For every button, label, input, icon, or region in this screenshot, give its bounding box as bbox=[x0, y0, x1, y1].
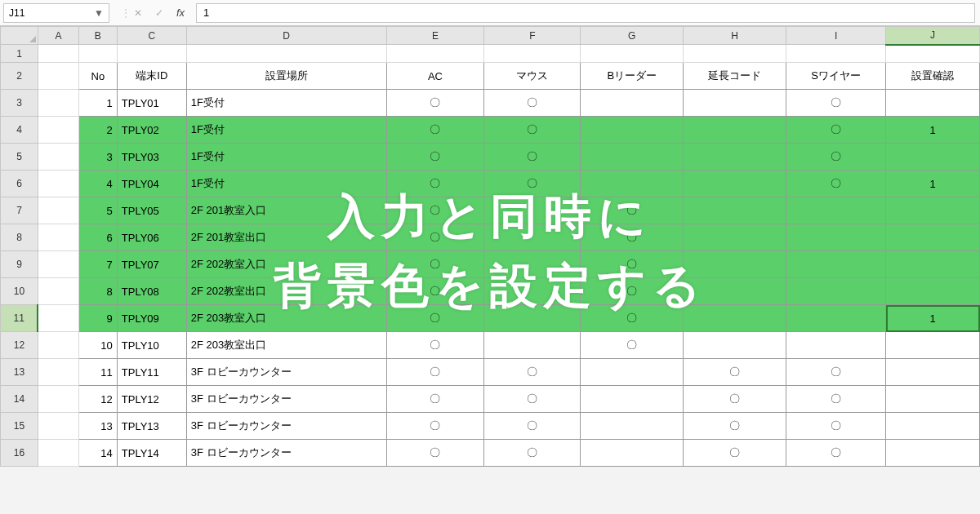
cell-ac[interactable]: 〇 bbox=[386, 305, 484, 332]
cell-terminal-id[interactable]: TPLY14 bbox=[117, 440, 186, 467]
col-header-J[interactable]: J bbox=[886, 27, 980, 45]
chevron-down-icon[interactable]: ▼ bbox=[94, 7, 104, 19]
cell-swire[interactable] bbox=[786, 278, 886, 305]
cell-no[interactable]: 6 bbox=[78, 224, 117, 251]
cell-no[interactable]: 10 bbox=[78, 332, 117, 359]
cell-place[interactable]: 3F ロビーカウンター bbox=[186, 440, 386, 467]
cell-swire[interactable] bbox=[786, 332, 886, 359]
cell-ext[interactable]: 〇 bbox=[684, 359, 786, 386]
cell-ac[interactable]: 〇 bbox=[386, 90, 484, 117]
cell-terminal-id[interactable]: TPLY12 bbox=[117, 386, 186, 413]
cell-breader[interactable]: 〇 bbox=[581, 197, 684, 224]
cell-swire[interactable]: 〇 bbox=[786, 440, 886, 467]
cell-ac[interactable]: 〇 bbox=[386, 440, 484, 467]
cell-no[interactable]: 3 bbox=[78, 144, 117, 171]
cell-mouse[interactable] bbox=[484, 278, 581, 305]
cell-mouse[interactable] bbox=[484, 197, 581, 224]
cell-empty[interactable] bbox=[38, 197, 78, 224]
cell-swire[interactable]: 〇 bbox=[786, 359, 886, 386]
cell-empty[interactable] bbox=[186, 45, 386, 63]
cell-breader[interactable] bbox=[581, 413, 684, 440]
cell-terminal-id[interactable]: TPLY09 bbox=[117, 305, 186, 332]
cell-mouse[interactable]: 〇 bbox=[484, 171, 581, 197]
cell-ac[interactable]: 〇 bbox=[386, 278, 484, 305]
cell-confirm[interactable] bbox=[886, 413, 980, 440]
cell-breader[interactable]: 〇 bbox=[581, 251, 684, 278]
cell-ac[interactable]: 〇 bbox=[386, 386, 484, 413]
cell-confirm[interactable] bbox=[886, 332, 980, 359]
cell-empty[interactable] bbox=[886, 45, 980, 63]
cell-breader[interactable]: 〇 bbox=[581, 224, 684, 251]
name-box[interactable]: J11 ▼ bbox=[3, 3, 109, 23]
cell-ac[interactable]: 〇 bbox=[386, 144, 484, 171]
row-header-12[interactable]: 12 bbox=[1, 332, 38, 359]
cell-swire[interactable]: 〇 bbox=[786, 413, 886, 440]
cell-no[interactable]: 1 bbox=[78, 90, 117, 117]
row-header-5[interactable]: 5 bbox=[1, 144, 38, 171]
cell-empty[interactable] bbox=[38, 359, 78, 386]
cell-terminal-id[interactable]: TPLY06 bbox=[117, 224, 186, 251]
cell-no[interactable]: 7 bbox=[78, 251, 117, 278]
row-header-2[interactable]: 2 bbox=[1, 63, 38, 90]
cell-swire[interactable]: 〇 bbox=[786, 117, 886, 144]
cell-terminal-id[interactable]: TPLY04 bbox=[117, 171, 186, 197]
row-header-6[interactable]: 6 bbox=[1, 171, 38, 197]
cell-breader[interactable]: 〇 bbox=[581, 278, 684, 305]
table-header[interactable]: No bbox=[78, 63, 117, 90]
cell-swire[interactable]: 〇 bbox=[786, 144, 886, 171]
cell-place[interactable]: 2F 203教室入口 bbox=[186, 305, 386, 332]
cell-empty[interactable] bbox=[386, 45, 484, 63]
col-header-H[interactable]: H bbox=[684, 27, 786, 45]
cell-terminal-id[interactable]: TPLY08 bbox=[117, 278, 186, 305]
cell-empty[interactable] bbox=[38, 117, 78, 144]
row-header-3[interactable]: 3 bbox=[1, 90, 38, 117]
cell-ext[interactable] bbox=[684, 332, 786, 359]
row-header-9[interactable]: 9 bbox=[1, 251, 38, 278]
cell-empty[interactable] bbox=[117, 45, 186, 63]
cell-empty[interactable] bbox=[38, 45, 78, 63]
cell-place[interactable]: 3F ロビーカウンター bbox=[186, 413, 386, 440]
cell-no[interactable]: 12 bbox=[78, 386, 117, 413]
cell-confirm[interactable] bbox=[886, 90, 980, 117]
col-header-I[interactable]: I bbox=[786, 27, 886, 45]
cell-place[interactable]: 2F 202教室出口 bbox=[186, 278, 386, 305]
cell-swire[interactable] bbox=[786, 224, 886, 251]
cell-place[interactable]: 3F ロビーカウンター bbox=[186, 359, 386, 386]
cell-ac[interactable]: 〇 bbox=[386, 332, 484, 359]
cell-confirm[interactable] bbox=[886, 386, 980, 413]
cell-empty[interactable] bbox=[38, 278, 78, 305]
row-header-4[interactable]: 4 bbox=[1, 117, 38, 144]
cell-no[interactable]: 8 bbox=[78, 278, 117, 305]
cell-confirm[interactable]: 1 bbox=[886, 305, 980, 332]
cell-swire[interactable]: 〇 bbox=[786, 90, 886, 117]
cell-breader[interactable]: 〇 bbox=[581, 332, 684, 359]
cell-ac[interactable]: 〇 bbox=[386, 224, 484, 251]
cell-ext[interactable] bbox=[684, 117, 786, 144]
cell-swire[interactable] bbox=[786, 197, 886, 224]
cell-terminal-id[interactable]: TPLY11 bbox=[117, 359, 186, 386]
cell-breader[interactable] bbox=[581, 386, 684, 413]
cell-terminal-id[interactable]: TPLY05 bbox=[117, 197, 186, 224]
spreadsheet-grid[interactable]: ABCDEFGHIJ12No端末ID設置場所ACマウスBリーダー延長コードSワイ… bbox=[0, 26, 980, 514]
cell-terminal-id[interactable]: TPLY13 bbox=[117, 413, 186, 440]
cell-ac[interactable]: 〇 bbox=[386, 251, 484, 278]
col-header-B[interactable]: B bbox=[78, 27, 117, 45]
formula-input[interactable]: 1 bbox=[196, 3, 975, 23]
row-header-14[interactable]: 14 bbox=[1, 386, 38, 413]
cell-ac[interactable]: 〇 bbox=[386, 117, 484, 144]
cell-mouse[interactable]: 〇 bbox=[484, 144, 581, 171]
cell-confirm[interactable]: 1 bbox=[886, 117, 980, 144]
row-header-10[interactable]: 10 bbox=[1, 278, 38, 305]
cell-mouse[interactable]: 〇 bbox=[484, 117, 581, 144]
cell-ac[interactable]: 〇 bbox=[386, 413, 484, 440]
cell-no[interactable]: 11 bbox=[78, 359, 117, 386]
cell-confirm[interactable] bbox=[886, 197, 980, 224]
fx-icon[interactable]: fx bbox=[170, 3, 191, 23]
cell-no[interactable]: 13 bbox=[78, 413, 117, 440]
cell-breader[interactable] bbox=[581, 90, 684, 117]
row-header-15[interactable]: 15 bbox=[1, 413, 38, 440]
cell-empty[interactable] bbox=[484, 45, 581, 63]
cell-confirm[interactable] bbox=[886, 251, 980, 278]
cell-no[interactable]: 4 bbox=[78, 171, 117, 197]
col-header-F[interactable]: F bbox=[484, 27, 581, 45]
